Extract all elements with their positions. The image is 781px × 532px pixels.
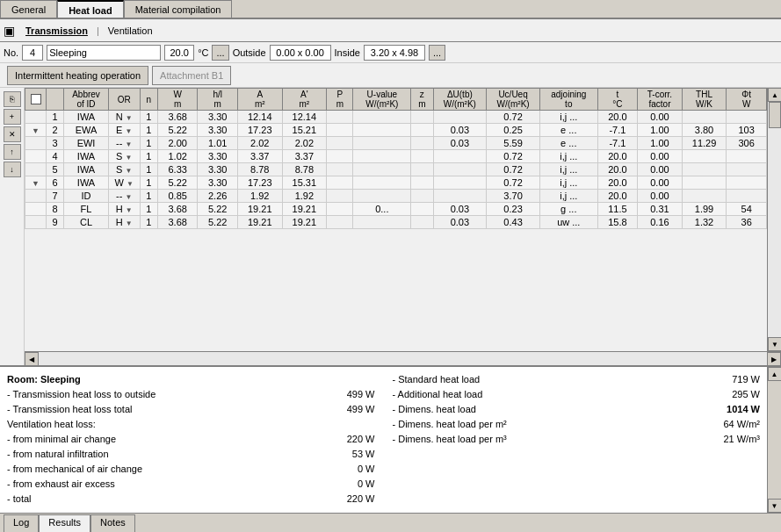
intermittent-heating-btn[interactable]: Intermittent heating operation bbox=[7, 66, 148, 85]
table-row[interactable]: ▼ 2 EWA E ▼ 1 5.22 3.30 17.23 15.21 0.03… bbox=[25, 124, 767, 137]
subtab-transmission[interactable]: Transmission bbox=[18, 24, 95, 38]
bottom-tab-notes[interactable]: Notes bbox=[90, 514, 135, 532]
table-row[interactable]: 9 CL H ▼ 1 3.68 5.22 19.21 19.21 0.03 0.… bbox=[25, 216, 767, 229]
or-dropdown[interactable]: ▼ bbox=[126, 219, 133, 227]
hscroll-right-btn[interactable]: ▶ bbox=[767, 352, 781, 365]
th-phi[interactable]: ΦtW bbox=[727, 89, 767, 111]
right-line-label: - Dimens. heat load per m² bbox=[393, 417, 507, 432]
th-hl[interactable]: h/lm bbox=[198, 89, 238, 111]
cell-or: H ▼ bbox=[108, 203, 140, 216]
cell-t: 15.8 bbox=[597, 216, 638, 229]
table-hscroll[interactable]: ◀ ▶ bbox=[25, 351, 781, 365]
th-thl[interactable]: THLW/K bbox=[682, 89, 727, 111]
temp-input[interactable] bbox=[164, 45, 194, 61]
th-tcorr[interactable]: T-corr.factor bbox=[638, 89, 683, 111]
or-dropdown[interactable]: ▼ bbox=[126, 154, 133, 162]
expand-icon[interactable]: ▼ bbox=[32, 179, 40, 188]
cell-t: -7.1 bbox=[597, 137, 638, 150]
or-dropdown[interactable]: ▼ bbox=[126, 167, 133, 175]
line-label: - from minimal air change bbox=[7, 432, 116, 447]
tab-general[interactable]: General bbox=[0, 0, 57, 18]
th-expand bbox=[25, 89, 47, 111]
cell-tcorr: 0.00 bbox=[638, 176, 683, 190]
attachment-b1-btn[interactable]: Attachment B1 bbox=[152, 66, 231, 85]
sidebar-up-icon[interactable]: ↑ bbox=[4, 144, 21, 160]
dots-btn-1[interactable]: ... bbox=[212, 45, 228, 61]
table-row[interactable]: 4 IWA S ▼ 1 1.02 3.30 3.37 3.37 0.72 i,j… bbox=[25, 150, 767, 163]
vscroll-down-btn[interactable]: ▼ bbox=[768, 337, 781, 351]
sidebar-add-icon[interactable]: + bbox=[4, 109, 21, 125]
bottom-vscroll-down[interactable]: ▼ bbox=[768, 499, 782, 513]
table-row[interactable]: 5 IWA S ▼ 1 6.33 3.30 8.78 8.78 0.72 i,j… bbox=[25, 163, 767, 176]
right-line-label: - Standard heat load bbox=[393, 372, 481, 387]
bottom-tab-log[interactable]: Log bbox=[4, 514, 39, 532]
cell-tcorr: 0.00 bbox=[638, 150, 683, 163]
or-dropdown[interactable]: ▼ bbox=[126, 140, 133, 148]
th-a[interactable]: Am² bbox=[237, 89, 282, 111]
table-row[interactable]: ▼ 6 IWA W ▼ 1 5.22 3.30 17.23 15.31 0.72… bbox=[25, 176, 767, 190]
or-dropdown[interactable]: ▼ bbox=[126, 206, 133, 214]
select-all-checkbox[interactable] bbox=[31, 94, 41, 104]
cell-hl: 5.22 bbox=[198, 203, 238, 216]
table-row[interactable]: 3 EWI -- ▼ 1 2.00 1.01 2.02 2.02 0.03 5.… bbox=[25, 137, 767, 150]
th-aprime[interactable]: A'm² bbox=[282, 89, 327, 111]
or-dropdown[interactable]: ▼ bbox=[127, 180, 134, 188]
or-dropdown[interactable]: ▼ bbox=[126, 127, 133, 135]
vscroll-up-btn[interactable]: ▲ bbox=[768, 88, 781, 102]
bottom-vscroll[interactable]: ▲ ▼ bbox=[767, 367, 781, 513]
cell-uc: 0.72 bbox=[487, 150, 540, 163]
table-row[interactable]: 8 FL H ▼ 1 3.68 5.22 19.21 19.21 0... 0.… bbox=[25, 203, 767, 216]
sidebar-copy-icon[interactable]: ⎘ bbox=[4, 91, 21, 107]
table-vscroll[interactable]: ▲ ▼ bbox=[767, 88, 781, 351]
sidebar-delete-icon[interactable]: ✕ bbox=[4, 126, 21, 142]
table-body: 1 IWA N ▼ 1 3.68 3.30 12.14 12.14 0.72 i… bbox=[25, 111, 767, 229]
hscroll-left-btn[interactable]: ◀ bbox=[25, 352, 39, 365]
expand-icon[interactable]: ▼ bbox=[32, 126, 40, 135]
cell-du bbox=[433, 163, 487, 176]
th-t[interactable]: t°C bbox=[597, 89, 638, 111]
cell-du bbox=[433, 150, 487, 163]
inside-dims-input[interactable] bbox=[364, 45, 425, 61]
th-p[interactable]: Pm bbox=[327, 89, 353, 111]
th-du[interactable]: ΔU(tb)W/(m²K) bbox=[433, 89, 487, 111]
cell-thl: 3.80 bbox=[682, 124, 727, 137]
th-uc[interactable]: Uc/UeqW/(m²K) bbox=[487, 89, 540, 111]
cell-adj: i,j ... bbox=[539, 190, 597, 203]
tab-heat-load[interactable]: Heat load bbox=[57, 0, 124, 18]
th-z[interactable]: zm bbox=[411, 89, 433, 111]
cell-tcorr: 0.31 bbox=[638, 203, 683, 216]
cell-n: 1 bbox=[140, 216, 157, 229]
table-scroll[interactable]: Abbrevof ID OR n Wm h/lm Am² A'm² Pm U-v… bbox=[25, 88, 767, 351]
bottom-right-line: - Dimens. heat load 1014 W bbox=[393, 402, 761, 417]
th-n[interactable]: n bbox=[140, 89, 157, 111]
or-dropdown[interactable]: ▼ bbox=[126, 193, 133, 201]
cell-num: 4 bbox=[47, 150, 64, 163]
dots-btn-2[interactable]: ... bbox=[429, 45, 445, 61]
bottom-vscroll-up[interactable]: ▲ bbox=[768, 367, 782, 381]
line-label: - from mechanical of air change bbox=[7, 462, 142, 477]
table-row[interactable]: 1 IWA N ▼ 1 3.68 3.30 12.14 12.14 0.72 i… bbox=[25, 111, 767, 124]
cell-z bbox=[411, 137, 433, 150]
bottom-line: - total 220 W bbox=[7, 492, 375, 507]
cell-n: 1 bbox=[140, 124, 157, 137]
th-abbrev[interactable]: Abbrevof ID bbox=[64, 89, 109, 111]
th-or[interactable]: OR bbox=[108, 89, 140, 111]
cell-phi bbox=[727, 111, 767, 124]
subtab-ventilation[interactable]: Ventilation bbox=[101, 24, 160, 38]
sidebar-down-icon[interactable]: ↓ bbox=[4, 162, 21, 177]
th-w[interactable]: Wm bbox=[157, 89, 198, 111]
cell-a: 19.21 bbox=[237, 216, 282, 229]
or-dropdown[interactable]: ▼ bbox=[126, 114, 133, 122]
vscroll-thumb[interactable] bbox=[769, 102, 781, 128]
cell-uvalue bbox=[353, 111, 411, 124]
bottom-tab-results[interactable]: Results bbox=[39, 514, 90, 532]
th-uvalue[interactable]: U-valueW/(m²K) bbox=[353, 89, 411, 111]
tab-material-compilation[interactable]: Material compilation bbox=[124, 0, 233, 18]
room-name-input[interactable] bbox=[47, 45, 161, 61]
cell-tcorr: 0.00 bbox=[638, 163, 683, 176]
bottom-tabs: Log Results Notes bbox=[0, 513, 781, 532]
no-input[interactable] bbox=[22, 45, 43, 61]
table-row[interactable]: 7 ID -- ▼ 1 0.85 2.26 1.92 1.92 3.70 i,j… bbox=[25, 190, 767, 203]
outside-dims-input[interactable] bbox=[270, 45, 331, 61]
th-adj[interactable]: adjoiningto bbox=[539, 89, 597, 111]
